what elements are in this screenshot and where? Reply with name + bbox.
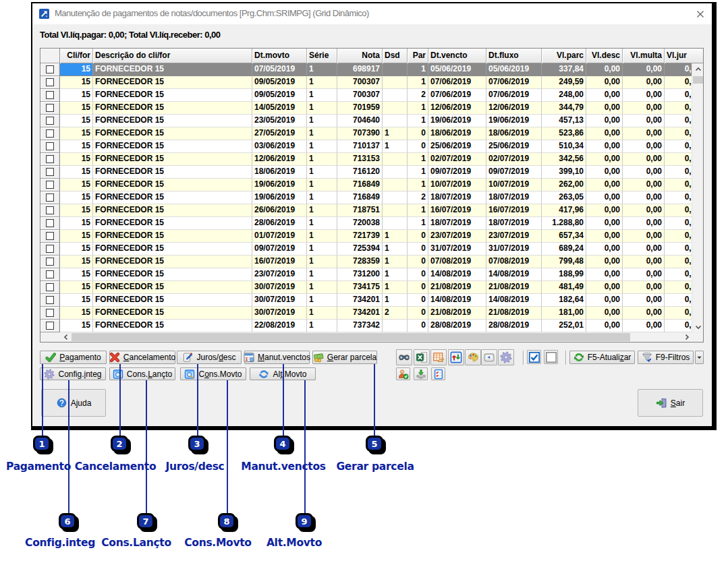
- cell[interactable]: 0: [408, 256, 428, 268]
- cell[interactable]: 07/06/2019: [486, 76, 542, 89]
- table-row[interactable]: 15FORNECEDOR 1519/06/20191716849218/07/2…: [40, 191, 692, 204]
- cell[interactable]: FORNECEDOR 15: [93, 243, 252, 256]
- table-row[interactable]: 15FORNECEDOR 1518/06/20191716120109/07/2…: [40, 166, 692, 179]
- cell[interactable]: 19/06/2019: [486, 115, 542, 127]
- cell[interactable]: 28/06/2019: [252, 217, 307, 230]
- column-header-7[interactable]: Par: [408, 49, 428, 63]
- cell[interactable]: 15: [60, 281, 93, 294]
- cell[interactable]: 1: [307, 281, 337, 294]
- table-row[interactable]: 15FORNECEDOR 1523/05/20191704640119/06/2…: [40, 115, 692, 127]
- cell[interactable]: 18/06/2019: [486, 127, 542, 140]
- row-select-cell[interactable]: [40, 243, 60, 256]
- cell[interactable]: 15: [60, 307, 93, 320]
- row-checkbox[interactable]: [46, 270, 54, 278]
- filter-dropdown-button[interactable]: [695, 351, 704, 364]
- f5-atualizar-button[interactable]: F5-Atualizar: [569, 351, 635, 364]
- column-header-6[interactable]: Dsd: [383, 49, 408, 63]
- cell[interactable]: 0,00: [623, 191, 665, 204]
- cell[interactable]: 0,00: [623, 140, 665, 153]
- cell[interactable]: 07/08/2019: [428, 256, 486, 268]
- row-select-cell[interactable]: [40, 63, 60, 76]
- cell[interactable]: 16/07/2019: [486, 204, 542, 217]
- cell[interactable]: 18/06/2019: [428, 127, 486, 140]
- cell[interactable]: 457,13: [542, 115, 586, 127]
- cell[interactable]: 0,00: [665, 191, 692, 204]
- cell[interactable]: 1: [408, 153, 428, 166]
- cell[interactable]: 0,00: [623, 243, 665, 256]
- cell[interactable]: [383, 63, 408, 76]
- cell[interactable]: 734201: [337, 294, 383, 307]
- cell[interactable]: 15: [60, 294, 93, 307]
- row-select-cell[interactable]: [40, 76, 60, 89]
- cell[interactable]: 248,00: [542, 89, 586, 102]
- row-checkbox[interactable]: [46, 155, 54, 163]
- cell[interactable]: 734175: [337, 281, 383, 294]
- cell[interactable]: 1: [307, 294, 337, 307]
- table-row[interactable]: 15FORNECEDOR 1501/07/201917217391023/07/…: [40, 230, 692, 243]
- cell[interactable]: 22/08/2019: [252, 320, 307, 332]
- cell[interactable]: 1: [307, 153, 337, 166]
- gear-button[interactable]: [498, 349, 514, 365]
- cell[interactable]: 799,48: [542, 256, 586, 268]
- cell[interactable]: 15: [60, 140, 93, 153]
- cell[interactable]: 19/06/2019: [252, 191, 307, 204]
- cell[interactable]: 707390: [337, 127, 383, 140]
- gerar-parcela-button[interactable]: Gerar parcela: [312, 351, 377, 364]
- cell[interactable]: 1: [307, 243, 337, 256]
- table-row[interactable]: 15FORNECEDOR 1530/07/201917342012021/08/…: [40, 307, 692, 320]
- cell[interactable]: FORNECEDOR 15: [93, 153, 252, 166]
- cell[interactable]: 0,00: [586, 307, 623, 320]
- cell[interactable]: 1: [307, 127, 337, 140]
- cell[interactable]: 30/07/2019: [252, 307, 307, 320]
- cell[interactable]: 0,00: [665, 102, 692, 115]
- cell[interactable]: 09/07/2019: [252, 243, 307, 256]
- cell[interactable]: 1: [383, 140, 408, 153]
- row-select-cell[interactable]: [40, 179, 60, 191]
- cell[interactable]: 0,00: [623, 204, 665, 217]
- cell[interactable]: 1: [307, 256, 337, 268]
- cell[interactable]: 1: [307, 268, 337, 281]
- cell[interactable]: 07/06/2019: [428, 89, 486, 102]
- cell[interactable]: 0,00: [623, 179, 665, 191]
- cell[interactable]: 188,99: [542, 268, 586, 281]
- cell[interactable]: 720038: [337, 217, 383, 230]
- cell[interactable]: 05/06/2019: [486, 63, 542, 76]
- cell[interactable]: 15: [60, 127, 93, 140]
- sair-button[interactable]: Sair: [638, 389, 703, 417]
- cell[interactable]: 1: [408, 63, 428, 76]
- cell[interactable]: 18/07/2019: [486, 217, 542, 230]
- cell[interactable]: FORNECEDOR 15: [93, 256, 252, 268]
- row-checkbox[interactable]: [46, 258, 54, 266]
- pagamento-button[interactable]: Pagamento: [40, 351, 107, 364]
- cell[interactable]: 31/07/2019: [486, 243, 542, 256]
- row-checkbox[interactable]: [46, 219, 54, 227]
- cell[interactable]: 0,00: [586, 281, 623, 294]
- cell[interactable]: 10/07/2019: [486, 179, 542, 191]
- column-header-12[interactable]: Vl.multa: [623, 49, 665, 63]
- cell[interactable]: 0,00: [665, 115, 692, 127]
- cell[interactable]: 30/07/2019: [252, 281, 307, 294]
- cell[interactable]: 03/06/2019: [252, 140, 307, 153]
- cell[interactable]: 25/06/2019: [486, 140, 542, 153]
- cell[interactable]: 704640: [337, 115, 383, 127]
- cell[interactable]: 05/06/2019: [428, 63, 486, 76]
- cell[interactable]: 1: [307, 166, 337, 179]
- row-checkbox[interactable]: [46, 91, 54, 99]
- cell[interactable]: 27/05/2019: [252, 127, 307, 140]
- cell[interactable]: 0,00: [665, 127, 692, 140]
- cell[interactable]: 1: [307, 89, 337, 102]
- cell[interactable]: 1: [307, 230, 337, 243]
- cell[interactable]: 344,79: [542, 102, 586, 115]
- row-checkbox[interactable]: [46, 194, 54, 202]
- cell[interactable]: 14/05/2019: [252, 102, 307, 115]
- row-checkbox[interactable]: [46, 296, 54, 304]
- cell[interactable]: 731200: [337, 268, 383, 281]
- vertical-scrollbar[interactable]: [692, 63, 703, 332]
- cell[interactable]: 09/07/2019: [486, 166, 542, 179]
- row-checkbox[interactable]: [46, 168, 54, 176]
- cell[interactable]: 0,00: [665, 204, 692, 217]
- cell[interactable]: 16/07/2019: [428, 204, 486, 217]
- cell[interactable]: 15: [60, 256, 93, 268]
- cell[interactable]: 1: [307, 217, 337, 230]
- table-row[interactable]: 15FORNECEDOR 1530/07/201917341751021/08/…: [40, 281, 692, 294]
